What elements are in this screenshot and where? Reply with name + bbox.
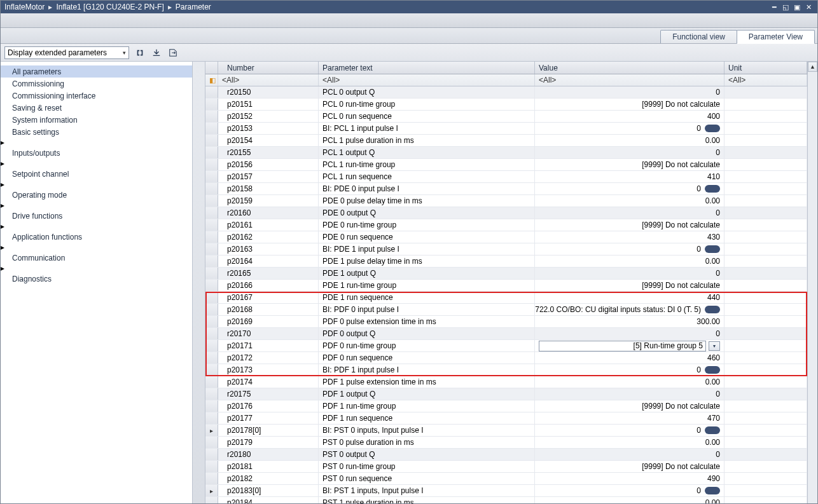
scroll-up-icon[interactable]: ▲ — [808, 62, 817, 72]
row-marker[interactable] — [205, 461, 218, 472]
row-marker[interactable] — [205, 171, 218, 182]
restore-button[interactable]: ◱ — [780, 3, 791, 11]
cell-value[interactable]: 0.00 — [535, 255, 724, 267]
table-row[interactable]: r20180PST 0 output Q0 — [205, 449, 807, 461]
cell-value[interactable]: 0 — [535, 243, 724, 255]
row-marker[interactable] — [205, 400, 218, 412]
table-row[interactable]: r20170PDF 0 output Q0 — [205, 328, 807, 340]
cell-value[interactable]: 410 — [535, 171, 724, 182]
row-marker[interactable] — [205, 195, 218, 207]
row-marker[interactable] — [205, 268, 218, 279]
row-marker[interactable] — [205, 86, 218, 98]
table-row[interactable]: r20150PCL 0 output Q0 — [205, 86, 807, 99]
table-row[interactable]: p20182PST 0 run sequence490 — [205, 473, 807, 485]
expand-icon[interactable]: ▸ — [1, 138, 4, 147]
cell-value[interactable]: 490 — [535, 473, 724, 484]
table-row[interactable]: p20167PDE 1 run sequence440 — [205, 292, 807, 304]
filter-number[interactable]: <All> — [218, 74, 319, 86]
row-marker[interactable] — [205, 473, 218, 484]
header-number[interactable]: Number — [218, 62, 319, 74]
row-marker[interactable] — [205, 449, 218, 460]
expand-icon[interactable]: ▸ — [1, 180, 4, 189]
table-row[interactable]: p20153BI: PCL 1 input pulse I0 — [205, 123, 807, 135]
cell-value[interactable]: [9999] Do not calculate — [535, 219, 724, 231]
signal-pill-icon[interactable] — [705, 245, 720, 253]
table-row[interactable]: p20151PCL 0 run-time group[9999] Do not … — [205, 99, 807, 111]
cell-value[interactable]: 0 — [535, 207, 724, 219]
table-row[interactable]: p20177PDF 1 run sequence470 — [205, 412, 807, 425]
expand-icon[interactable]: ▸ — [1, 222, 4, 231]
signal-pill-icon[interactable] — [705, 185, 720, 193]
table-row[interactable]: p20184PST 1 pulse duration in ms0.00 — [205, 497, 807, 503]
signal-pill-icon[interactable] — [705, 426, 720, 434]
cell-value[interactable]: 400 — [535, 111, 724, 122]
header-marker[interactable] — [205, 62, 218, 74]
filter-value[interactable]: <All> — [535, 74, 724, 86]
cell-value[interactable]: 0 — [535, 364, 724, 376]
cell-value[interactable]: 0 — [535, 328, 724, 339]
compare-icon[interactable] — [134, 47, 146, 58]
table-row[interactable]: r20165PDE 1 output Q0 — [205, 268, 807, 280]
table-row[interactable]: p20176PDF 1 run-time group[9999] Do not … — [205, 400, 807, 412]
tab-functional-view[interactable]: Functional view — [660, 30, 737, 43]
table-row[interactable]: p20168BI: PDF 0 input pulse Ir722.0 CO/B… — [205, 304, 807, 316]
cell-value[interactable]: 0 — [535, 388, 724, 400]
table-row[interactable]: p20161PDE 0 run-time group[9999] Do not … — [205, 219, 807, 231]
dropdown-button[interactable]: ▾ — [709, 341, 720, 351]
table-row[interactable]: p20179PST 0 pulse duration in ms0.00 — [205, 437, 807, 449]
filter-unit[interactable]: <All> — [724, 74, 807, 86]
row-marker[interactable] — [205, 316, 218, 327]
row-marker[interactable] — [205, 123, 218, 134]
vertical-scrollbar[interactable]: ▲ — [807, 62, 817, 503]
table-row[interactable]: p20171PDF 0 run-time group[5] Run-time g… — [205, 340, 807, 352]
nav-item[interactable]: Drive functions — [1, 210, 192, 222]
nav-item[interactable]: System information — [1, 114, 192, 126]
table-row[interactable]: r20175PDF 1 output Q0 — [205, 388, 807, 400]
table-row[interactable]: ▸p20178[0]BI: PST 0 inputs, Input pulse … — [205, 425, 807, 437]
table-row[interactable]: p20152PCL 0 run sequence400 — [205, 111, 807, 123]
cell-value[interactable]: [9999] Do not calculate — [535, 280, 724, 291]
row-marker[interactable] — [205, 412, 218, 424]
cell-value[interactable]: [9999] Do not calculate — [535, 159, 724, 170]
row-marker[interactable] — [205, 292, 218, 303]
row-marker[interactable]: ▸ — [205, 425, 218, 436]
row-marker[interactable]: ▸ — [205, 485, 218, 496]
row-marker[interactable] — [205, 111, 218, 122]
nav-item[interactable]: Basic settings — [1, 126, 192, 138]
cell-value[interactable]: 0 — [535, 485, 724, 496]
cell-value[interactable]: 0.00 — [535, 497, 724, 503]
row-marker[interactable] — [205, 280, 218, 291]
expand-icon[interactable]: ▸ — [1, 159, 4, 168]
signal-pill-icon[interactable] — [705, 306, 720, 313]
table-row[interactable]: p20154PCL 1 pulse duration in ms0.00 — [205, 135, 807, 147]
row-marker[interactable] — [205, 304, 218, 315]
row-marker[interactable] — [205, 376, 218, 388]
row-marker[interactable] — [205, 231, 218, 243]
row-marker[interactable] — [205, 135, 218, 146]
table-body[interactable]: r20150PCL 0 output Q0p20151PCL 0 run-tim… — [205, 86, 807, 503]
cell-value[interactable]: 0 — [535, 183, 724, 194]
table-row[interactable]: ▸p20183[0]BI: PST 1 inputs, Input pulse … — [205, 485, 807, 497]
table-row[interactable]: p20162PDE 0 run sequence430 — [205, 231, 807, 243]
crumb-2[interactable]: Parameter — [176, 3, 211, 11]
header-text[interactable]: Parameter text — [319, 62, 535, 74]
table-row[interactable]: p20174PDF 1 pulse extension time in ms0.… — [205, 376, 807, 388]
nav-item[interactable]: Diagnostics — [1, 273, 192, 285]
cell-value[interactable]: r722.0 CO/BO: CU digital inputs status: … — [535, 304, 724, 315]
cell-value[interactable]: 0 — [535, 147, 724, 158]
table-row[interactable]: p20157PCL 1 run sequence410 — [205, 171, 807, 183]
nav-item[interactable]: Commissioning — [1, 78, 192, 90]
table-row[interactable]: p20181PST 0 run-time group[9999] Do not … — [205, 461, 807, 473]
signal-pill-icon[interactable] — [705, 487, 720, 494]
nav-item[interactable]: Setpoint channel — [1, 168, 192, 180]
header-unit[interactable]: Unit — [724, 62, 807, 74]
row-marker[interactable] — [205, 437, 218, 448]
cell-value[interactable]: 470 — [535, 412, 724, 424]
row-marker[interactable] — [205, 364, 218, 376]
cell-value[interactable]: 460 — [535, 352, 724, 364]
signal-pill-icon[interactable] — [705, 125, 720, 132]
row-marker[interactable] — [205, 99, 218, 110]
filter-text[interactable]: <All> — [319, 74, 535, 86]
close-button[interactable]: ✕ — [803, 3, 814, 11]
row-marker[interactable] — [205, 159, 218, 170]
